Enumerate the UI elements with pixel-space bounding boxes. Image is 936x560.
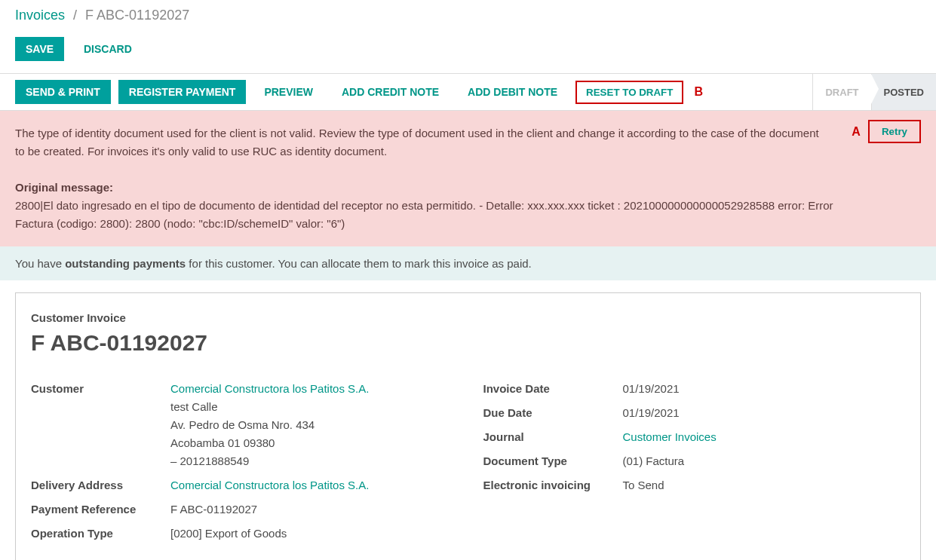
customer-label: Customer: [31, 380, 170, 470]
register-payment-button[interactable]: REGISTER PAYMENT: [118, 80, 247, 104]
invoice-sheet: Customer Invoice F ABC-01192027 Customer…: [15, 292, 921, 560]
add-credit-note-button[interactable]: ADD CREDIT NOTE: [331, 80, 450, 104]
status-bar: DRAFT POSTED: [812, 74, 936, 110]
send-print-button[interactable]: SEND & PRINT: [15, 80, 111, 104]
add-debit-note-button[interactable]: ADD DEBIT NOTE: [457, 80, 568, 104]
customer-link[interactable]: Comercial Constructora los Patitos S.A.: [170, 382, 369, 395]
delivery-address-link[interactable]: Comercial Constructora los Patitos S.A.: [170, 479, 369, 491]
customer-addr-line1: test Calle: [170, 398, 369, 416]
document-type-value: (01) Factura: [623, 452, 685, 470]
info-pre: You have: [15, 257, 65, 270]
status-draft[interactable]: DRAFT: [812, 74, 870, 110]
due-date-label: Due Date: [483, 404, 623, 422]
journal-link[interactable]: Customer Invoices: [623, 430, 717, 443]
breadcrumb-root-link[interactable]: Invoices: [15, 8, 65, 23]
info-bold: outstanding payments: [65, 257, 186, 270]
reset-to-draft-button[interactable]: RESET TO DRAFT: [575, 81, 683, 104]
customer-addr-line4: – 20121888549: [170, 452, 369, 470]
form-left-column: Customer Comercial Constructora los Pati…: [31, 377, 453, 546]
electronic-invoicing-value: To Send: [623, 476, 664, 494]
breadcrumb: Invoices / F ABC-01192027: [0, 0, 936, 31]
breadcrumb-current: F ABC-01192027: [85, 8, 189, 23]
due-date-value: 01/19/2021: [623, 404, 680, 422]
payment-reference-label: Payment Reference: [31, 500, 170, 519]
form-right-column: Invoice Date 01/19/2021 Due Date 01/19/2…: [483, 377, 906, 546]
delivery-address-label: Delivery Address: [31, 476, 170, 494]
annotation-marker-a: A: [852, 122, 861, 142]
preview-button[interactable]: PREVIEW: [253, 80, 324, 104]
breadcrumb-separator: /: [73, 8, 77, 23]
save-button[interactable]: SAVE: [15, 37, 64, 61]
status-posted[interactable]: POSTED: [871, 74, 936, 110]
customer-addr-line3: Acobamba 01 09380: [170, 434, 369, 452]
operation-type-label: Operation Type: [31, 525, 170, 543]
invoice-date-label: Invoice Date: [483, 380, 623, 398]
customer-addr-line2: Av. Pedro de Osma Nro. 434: [170, 416, 369, 434]
error-alert: A Retry The type of identity document us…: [0, 111, 936, 246]
payment-reference-value: F ABC-01192027: [170, 500, 257, 519]
invoice-date-value: 01/19/2021: [623, 380, 680, 398]
action-bar: SEND & PRINT REGISTER PAYMENT PREVIEW AD…: [0, 74, 718, 110]
document-type-label: Document Type: [483, 452, 623, 470]
operation-type-value: [0200] Export of Goods: [170, 525, 287, 543]
journal-label: Journal: [483, 428, 623, 446]
original-message-body: 2800|El dato ingresado en el tipo de doc…: [15, 197, 860, 233]
electronic-invoicing-label: Electronic invoicing: [483, 476, 623, 494]
info-post: for this customer. You can allocate them…: [186, 257, 532, 270]
annotation-marker-b: B: [694, 85, 703, 99]
original-message-label: Original message:: [15, 181, 113, 194]
top-actions: SAVE DISCARD: [0, 31, 936, 73]
retry-button[interactable]: Retry: [868, 120, 921, 143]
sheet-title: F ABC-01192027: [31, 330, 905, 356]
sheet-subtitle: Customer Invoice: [31, 311, 905, 324]
info-alert: You have outstanding payments for this c…: [0, 246, 936, 280]
discard-button[interactable]: DISCARD: [73, 37, 143, 61]
error-message-main: The type of identity document used for t…: [15, 124, 830, 161]
